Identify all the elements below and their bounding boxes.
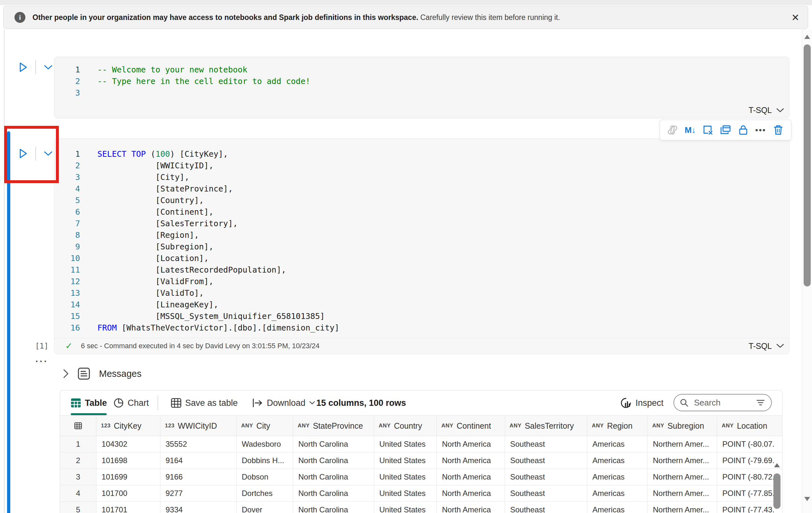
code-line[interactable]: 7 [SalesTerritory],	[58, 218, 785, 230]
chevron-down-icon	[776, 344, 784, 348]
code-line[interactable]: 14 [LineageKey],	[58, 299, 785, 310]
cell2-status-bar: ✓ 6 sec - Command executed in 4 sec by D…	[54, 338, 789, 354]
code-line[interactable]: 5 [Country],	[58, 195, 785, 206]
cell2-language-selector[interactable]: T-SQL	[749, 342, 784, 351]
clear-output-icon[interactable]	[701, 124, 714, 136]
header-cell-StateProvince[interactable]: ANYStateProvince	[293, 416, 374, 436]
code-line[interactable]: 12 [ValidFrom],	[58, 276, 785, 288]
header-cell-Continent[interactable]: ANYContinent	[437, 416, 505, 436]
search-placeholder: Search	[694, 398, 720, 408]
lock-cell-icon[interactable]	[737, 124, 750, 136]
cell-value: Northern Amer...	[648, 436, 717, 452]
table-row[interactable]: 51017019334DoverNorth CarolinaUnited Sta…	[60, 502, 782, 513]
cell1-language-selector[interactable]: T-SQL	[749, 106, 784, 115]
tab-table[interactable]: Table	[71, 390, 107, 415]
code-cell-2[interactable]: 1SELECT TOP (100) [CityKey],2 [WWICityID…	[54, 138, 789, 354]
line-number: 11	[58, 264, 80, 276]
cell-value: Americas	[587, 469, 648, 485]
table-row[interactable]: 21016989164Dobbins H...North CarolinaUni…	[60, 453, 782, 469]
code-line[interactable]: 13 [ValidTo],	[58, 288, 785, 299]
more-commands-ellipsis[interactable]: ...	[35, 353, 48, 364]
code-line[interactable]: 2-- Type here in the cell editor to add …	[58, 76, 785, 87]
column-label: Region	[607, 421, 632, 431]
column-label: Country	[394, 421, 422, 431]
header-cell-City[interactable]: ANYCity	[237, 416, 293, 436]
line-number: 2	[58, 76, 80, 87]
header-cell-rownum[interactable]	[60, 416, 96, 436]
delete-cell-icon[interactable]	[772, 124, 785, 136]
code-line[interactable]: 8 [Region],	[58, 230, 785, 241]
header-cell-SalesTerritory[interactable]: ANYSalesTerritory	[505, 416, 587, 436]
column-type-badge: ANY	[652, 423, 664, 429]
code-text: [Subregion],	[97, 241, 213, 253]
tab-chart[interactable]: Chart	[114, 390, 149, 415]
chevron-down-icon	[309, 401, 315, 405]
close-icon[interactable]: ✕	[791, 12, 800, 23]
inspect-button[interactable]: Inspect	[620, 390, 664, 415]
code-text: SELECT TOP (100) [CityKey],	[97, 148, 228, 160]
code-line[interactable]: 11 [LatestRecordedPopulation],	[58, 264, 785, 276]
search-input[interactable]: Search	[673, 394, 772, 411]
filter-icon[interactable]	[756, 399, 765, 406]
annotation-red-rectangle	[4, 126, 59, 183]
header-cell-Country[interactable]: ANYCountry	[374, 416, 437, 436]
column-label: SalesTerritory	[525, 421, 574, 431]
scroll-up-arrow[interactable]	[774, 463, 780, 467]
line-number: 3	[58, 87, 80, 99]
messages-section-header[interactable]: Messages	[63, 367, 141, 380]
download-button[interactable]: Download	[252, 390, 315, 415]
copilot-icon[interactable]	[666, 124, 679, 136]
header-cell-Region[interactable]: ANYRegion	[587, 416, 648, 436]
more-options-icon[interactable]: •••	[754, 124, 767, 136]
cell-value: Americas	[587, 502, 648, 513]
code-line[interactable]: 9 [Subregion],	[58, 241, 785, 253]
run-cell-button[interactable]	[17, 61, 30, 74]
chevron-down-icon	[776, 108, 784, 113]
tab-label: Table	[85, 398, 107, 408]
scrollbar-thumb[interactable]	[804, 45, 811, 287]
scrollbar-thumb[interactable]	[774, 474, 781, 509]
cell-value: Dobbins H...	[237, 453, 293, 468]
cell-value: Wadesboro	[237, 436, 293, 452]
column-type-badge: ANY	[241, 423, 253, 429]
convert-to-markdown-icon[interactable]: M↓	[684, 124, 697, 136]
scroll-down-arrow[interactable]	[804, 497, 810, 501]
table-row[interactable]: 31016999166DobsonNorth CarolinaUnited St…	[60, 469, 782, 485]
cell-value: Dortches	[237, 485, 293, 502]
column-label: WWICityID	[178, 421, 217, 431]
cell-value: Americas	[587, 453, 648, 468]
code-text: [Continent],	[97, 206, 213, 218]
code-line[interactable]: 6 [Continent],	[58, 206, 785, 218]
header-cell-CityKey[interactable]: 123CityKey	[96, 416, 161, 436]
header-cell-WWICityID[interactable]: 123WWICityID	[161, 416, 237, 436]
code-line[interactable]: 4 [StateProvince],	[58, 183, 785, 195]
column-type-badge: ANY	[510, 423, 521, 429]
code-line[interactable]: 3 [City],	[58, 171, 785, 183]
header-cell-Location[interactable]: ANYLocation	[717, 416, 782, 436]
code-line[interactable]: 16FROM [WhatsTheVectorVictor].[dbo].[dim…	[58, 322, 785, 334]
table-row[interactable]: 41017009277DortchesNorth CarolinaUnited …	[60, 485, 782, 502]
code-line[interactable]: 1-- Welcome to your new notebook	[58, 64, 785, 76]
chevron-down-icon[interactable]	[42, 61, 55, 74]
duplicate-cell-icon[interactable]	[719, 124, 732, 136]
code-cell-1[interactable]: 1-- Welcome to your new notebook2-- Type…	[54, 57, 789, 118]
grid-vertical-scrollbar[interactable]	[773, 461, 781, 513]
chevron-right-icon[interactable]	[63, 369, 69, 378]
cell-value: North America	[437, 436, 505, 452]
notebook-left-border	[4, 30, 4, 513]
scroll-up-arrow[interactable]	[804, 35, 810, 39]
code-text: [ValidTo],	[97, 288, 204, 299]
cell2-code-editor[interactable]: 1SELECT TOP (100) [CityKey],2 [WWICityID…	[58, 148, 785, 334]
header-cell-Subregion[interactable]: ANYSubregion	[648, 416, 717, 436]
page-vertical-scrollbar[interactable]	[802, 30, 812, 513]
table-row[interactable]: 110430235552WadesboroNorth CarolinaUnite…	[60, 436, 782, 453]
code-line[interactable]: 15 [MSSQL_System_Uniquifier_658101385]	[58, 310, 785, 322]
code-line[interactable]: 1SELECT TOP (100) [CityKey],	[58, 148, 785, 160]
line-number: 7	[58, 218, 80, 230]
code-line[interactable]: 10 [Location],	[58, 253, 785, 264]
save-as-table-button[interactable]: Save as table	[171, 390, 238, 415]
result-summary: 15 columns, 100 rows	[316, 390, 406, 415]
code-line[interactable]: 3	[58, 87, 785, 99]
code-line[interactable]: 2 [WWICityID],	[58, 160, 785, 171]
cell1-code-editor[interactable]: 1-- Welcome to your new notebook2-- Type…	[58, 64, 785, 99]
